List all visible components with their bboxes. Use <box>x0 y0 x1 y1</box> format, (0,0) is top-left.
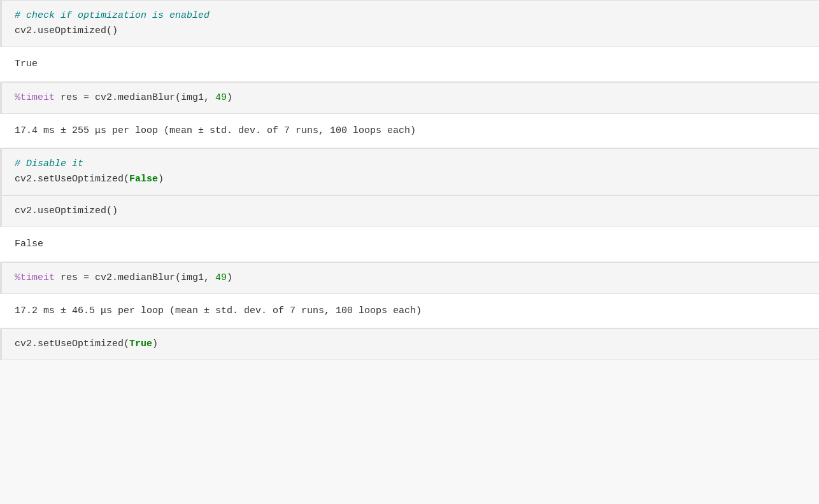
code-token: res = cv2.medianBlur(img1, <box>55 92 215 103</box>
code-line: # Disable it <box>15 157 806 172</box>
code-token: # check if optimization is enabled <box>15 10 210 21</box>
code-line: # check if optimization is enabled <box>15 8 806 24</box>
code-token: cv2.setUseOptimized( <box>15 174 129 185</box>
code-line: cv2.useOptimized() <box>15 24 806 39</box>
output-text: False <box>15 236 806 253</box>
code-token: res = cv2.medianBlur(img1, <box>55 272 215 283</box>
cell-4[interactable]: cv2.useOptimized() <box>0 195 819 227</box>
code-token: 49 <box>215 92 227 103</box>
output-4: False <box>0 227 819 262</box>
code-token: cv2.setUseOptimized( <box>15 339 129 349</box>
output-5: 17.2 ms ± 46.5 μs per loop (mean ± std. … <box>0 294 819 329</box>
code-line: %timeit res = cv2.medianBlur(img1, 49) <box>15 270 806 286</box>
output-text: 17.4 ms ± 255 μs per loop (mean ± std. d… <box>15 123 806 139</box>
code-token: ) <box>227 272 232 283</box>
cell-2[interactable]: %timeit res = cv2.medianBlur(img1, 49) <box>0 82 819 114</box>
output-2: 17.4 ms ± 255 μs per loop (mean ± std. d… <box>0 114 819 149</box>
code-token: ) <box>152 339 158 349</box>
code-line: cv2.setUseOptimized(True) <box>15 337 806 352</box>
output-1: True <box>0 47 819 82</box>
code-token: %timeit <box>15 272 55 283</box>
code-token: ) <box>227 92 232 103</box>
cell-6[interactable]: cv2.setUseOptimized(True) <box>0 328 819 360</box>
code-token: cv2.useOptimized() <box>15 25 118 36</box>
cell-5[interactable]: %timeit res = cv2.medianBlur(img1, 49) <box>0 262 819 294</box>
cell-1[interactable]: # check if optimization is enabledcv2.us… <box>0 0 819 47</box>
code-line: cv2.useOptimized() <box>15 204 806 219</box>
code-token: %timeit <box>15 92 55 103</box>
code-token: 49 <box>215 272 227 283</box>
notebook: # check if optimization is enabledcv2.us… <box>0 0 819 360</box>
code-token: ) <box>158 174 164 185</box>
cell-3[interactable]: # Disable itcv2.setUseOptimized(False) <box>0 148 819 195</box>
output-text: True <box>15 56 806 73</box>
code-line: cv2.setUseOptimized(False) <box>15 172 806 187</box>
code-line: %timeit res = cv2.medianBlur(img1, 49) <box>15 90 806 106</box>
code-token: cv2.useOptimized() <box>15 206 118 216</box>
code-token: True <box>129 339 152 349</box>
code-token: # Disable it <box>15 158 83 169</box>
output-text: 17.2 ms ± 46.5 μs per loop (mean ± std. … <box>15 303 806 319</box>
code-token: False <box>129 174 158 185</box>
